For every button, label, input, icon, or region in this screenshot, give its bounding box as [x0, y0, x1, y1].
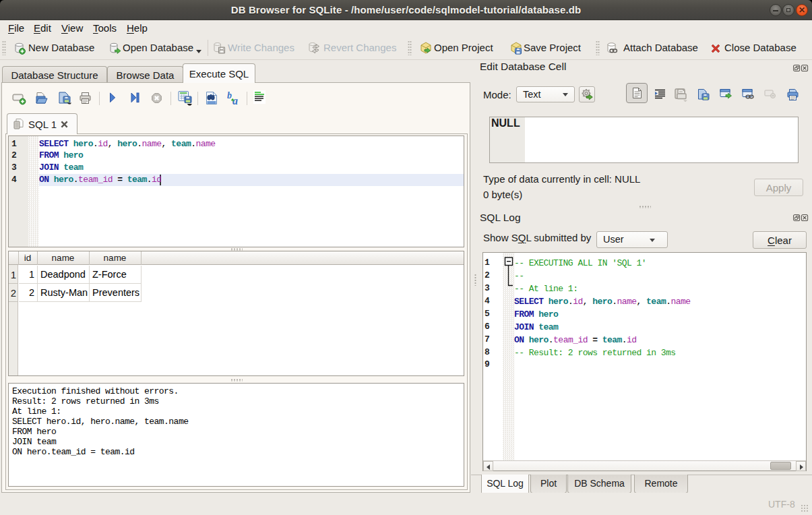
svg-text:b: b — [227, 90, 232, 100]
